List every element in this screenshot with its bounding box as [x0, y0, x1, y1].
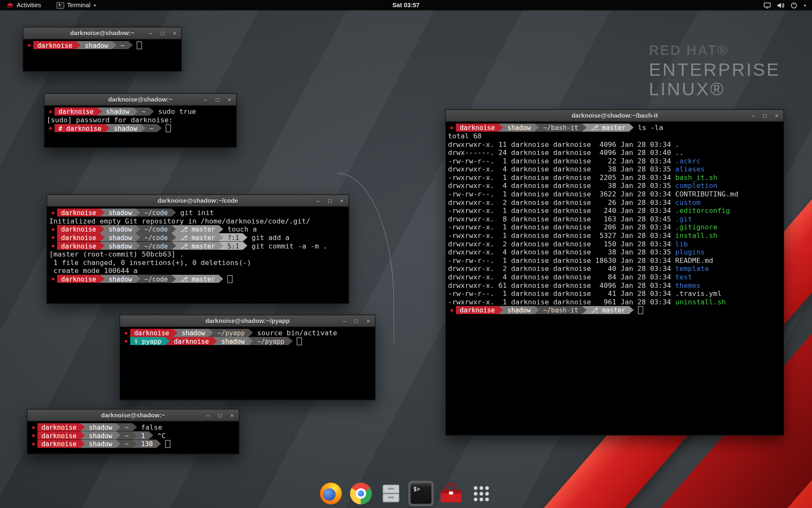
maximize-button[interactable]: □: [353, 318, 359, 323]
titlebar[interactable]: darknoise@shadow:~–□×: [23, 28, 181, 39]
dock-app-grid[interactable]: [469, 481, 494, 506]
minimize-button[interactable]: –: [203, 97, 209, 102]
output-line: drwxrwxr-x. 2 darknoise darknoise 40 Jan…: [448, 264, 782, 273]
power-icon: [790, 2, 798, 9]
prompt-segment-user: darknoise: [130, 329, 177, 337]
output-text: drwxrwxr-x. 8 darknoise darknoise 163 Ja…: [448, 215, 675, 223]
prompt-line: ●darknoiseshadow~130: [30, 439, 237, 448]
minimize-button[interactable]: –: [148, 30, 154, 36]
terminal-window-sudo[interactable]: darknoise@shadow:~–□×●darknoiseshadow~su…: [44, 93, 237, 148]
prompt-segment-host: shadow: [80, 423, 121, 431]
output-line: -rwxrwxr-x. 1 darknoise darknoise 2205 J…: [448, 173, 782, 182]
prompt-segment-host: shadow: [76, 41, 117, 50]
close-button[interactable]: ×: [774, 113, 780, 118]
terminal-content[interactable]: ●darknoiseshadow~/bash-it⎇ masterls -lat…: [446, 122, 783, 316]
app-grid-icon: [473, 485, 489, 502]
filename: .gitignore: [675, 223, 718, 232]
prompt-segment-path: ~/bash-it: [535, 123, 587, 132]
window-title: darknoise@shadow:~/code: [47, 197, 348, 204]
prompt-segment-venv: ⚕ pyapp: [130, 337, 170, 345]
minimize-button[interactable]: –: [205, 412, 211, 418]
output-line: -rw-rw-r--. 1 darknoise darknoise 22 Jan…: [448, 157, 782, 165]
maximize-button[interactable]: □: [762, 113, 768, 118]
output-line: -rw-rw-r--. 1 darknoise darknoise 18630 …: [448, 256, 782, 265]
redhat-logo-icon: [6, 1, 14, 9]
titlebar[interactable]: darknoise@shadow:~/bash-it–□×: [446, 110, 783, 122]
terminal-window-pyapp[interactable]: darknoise@shadow:~/pyapp–□×●darknoisesha…: [120, 315, 376, 400]
output-line: create mode 100644 a: [49, 266, 346, 275]
dock-terminal[interactable]: $>: [409, 481, 433, 506]
terminal-window-code[interactable]: darknoise@shadow:~/code–□×●darknoiseshad…: [47, 194, 349, 304]
titlebar[interactable]: darknoise@shadow:~–□×: [27, 409, 239, 421]
redhat-prompt-icon: ●: [30, 441, 37, 446]
close-button[interactable]: ×: [339, 198, 345, 203]
filename: lib: [675, 240, 688, 248]
prompt-line: ●darknoiseshadow~/code⎇ masterS:1git com…: [49, 242, 346, 250]
activities-button[interactable]: Activities: [3, 0, 44, 10]
redhat-prompt-icon: ●: [49, 276, 57, 282]
terminal-content[interactable]: ●darknoiseshadow~: [23, 39, 181, 51]
terminal-mini-icon: [57, 2, 64, 8]
filename: .ackrc: [675, 157, 701, 165]
terminal-content[interactable]: ●darknoiseshadow~/codegit initInitialize…: [47, 207, 348, 285]
output-text: drwxrwxr-x. 4 darknoise darknoise 38 Jan…: [448, 182, 675, 190]
chrome-icon: [350, 483, 372, 504]
output-line: drwxrwxr-x. 4 darknoise darknoise 38 Jan…: [448, 165, 782, 173]
close-button[interactable]: ×: [229, 412, 235, 418]
filename: install.sh: [675, 231, 718, 240]
maximize-button[interactable]: □: [327, 198, 333, 203]
redhat-prompt-icon: ●: [30, 433, 37, 438]
titlebar[interactable]: darknoise@shadow:~–□×: [44, 94, 236, 106]
minimize-button[interactable]: –: [315, 198, 321, 203]
prompt-segment-git: ⎇ master: [171, 275, 223, 283]
prompt-segment-host: shadow: [100, 275, 140, 283]
prompt-segment-git: ⎇ master: [582, 123, 634, 132]
close-button[interactable]: ×: [226, 97, 233, 102]
prompt-segment-path: ~/pyapp: [248, 337, 293, 345]
filename: plugins: [675, 248, 705, 256]
maximize-button[interactable]: □: [159, 30, 166, 36]
terminal-window-home-small[interactable]: darknoise@shadow:~–□×●darknoiseshadow~: [23, 27, 182, 72]
titlebar[interactable]: darknoise@shadow:~/pyapp–□×: [120, 315, 375, 327]
terminal-window-bashit[interactable]: darknoise@shadow:~/bash-it–□×●darknoises…: [445, 109, 784, 435]
filename: custom: [675, 198, 701, 207]
window-controls: –□×: [148, 28, 178, 39]
dock-files[interactable]: [379, 481, 403, 506]
clock[interactable]: Sat 03:57: [392, 0, 420, 10]
prompt-line: ●darknoiseshadow~/bash-it⎇ masterls -la: [448, 123, 782, 132]
terminal-content[interactable]: ●darknoiseshadow~/pyappsource bin/activa…: [120, 327, 375, 347]
minimize-button[interactable]: –: [750, 113, 756, 118]
dock-toolbox[interactable]: [439, 481, 464, 506]
prompt-segment-git: ⎇ master: [171, 242, 223, 250]
close-button[interactable]: ×: [171, 30, 178, 36]
dock-chrome[interactable]: [348, 481, 373, 506]
filename: ..: [675, 148, 684, 157]
output-text: drwxrwxr-x. 2 darknoise darknoise 26 Jan…: [448, 198, 675, 207]
terminal-content[interactable]: ●darknoiseshadow~sudo true[sudo] passwor…: [44, 106, 236, 134]
dock-firefox[interactable]: [318, 481, 343, 506]
prompt-segment-host: shadow: [499, 306, 539, 314]
system-status-area[interactable]: ▼: [763, 2, 812, 9]
app-menu-terminal[interactable]: Terminal ▼: [52, 0, 101, 10]
close-button[interactable]: ×: [365, 318, 371, 323]
desktop: RED HAT® ENTERPRISE LINUX® darknoise@sha…: [0, 0, 812, 508]
output-text: drwxrwxr-x. 4 darknoise darknoise 38 Jan…: [448, 165, 675, 173]
redhat-prompt-icon: ●: [30, 425, 37, 430]
terminal-window-exitcodes[interactable]: darknoise@shadow:~–□×●darknoiseshadow~fa…: [27, 409, 239, 454]
command-text: git init: [171, 208, 214, 217]
prompt-segment-user: darknoise: [55, 107, 102, 116]
window-controls: –□×: [203, 94, 233, 105]
terminal-content[interactable]: ●darknoiseshadow~false●darknoiseshadow~1…: [27, 422, 239, 450]
maximize-button[interactable]: □: [214, 97, 221, 102]
minimize-button[interactable]: –: [341, 318, 348, 323]
output-line: [sudo] password for darknoise:: [47, 116, 234, 124]
dock: $>: [318, 481, 494, 506]
prompt-segment-path: ~/code: [136, 275, 176, 283]
terminal-icon: $>: [410, 483, 432, 504]
redhat-prompt-icon: ●: [47, 125, 54, 130]
titlebar[interactable]: darknoise@shadow:~/code–□×: [47, 195, 348, 207]
maximize-button[interactable]: □: [217, 412, 223, 418]
prompt-line: ●darknoiseshadow~1^C: [30, 431, 237, 440]
output-text: -rw-rw-r--. 1 darknoise darknoise 3622 J…: [448, 190, 675, 198]
prompt-line: ●⚕ pyappdarknoiseshadow~/pyapp: [122, 337, 373, 345]
